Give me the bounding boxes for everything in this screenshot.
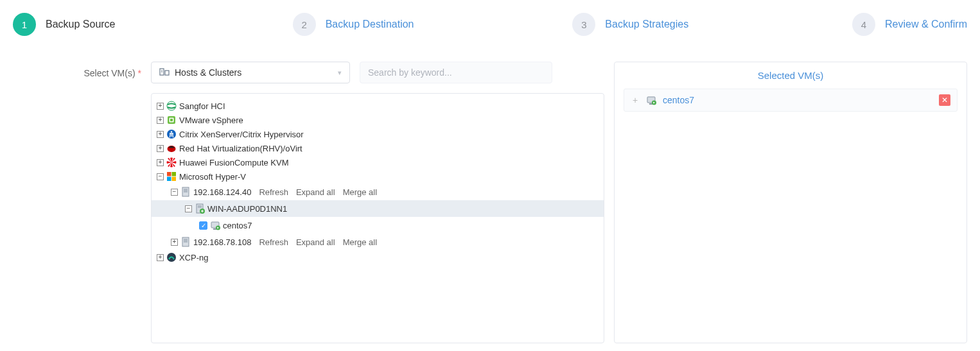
tree-node-huawei[interactable]: + Huawei FusionCompute KVM: [152, 155, 604, 169]
tree-node-host[interactable]: − 192.168.124.40 Refresh Expand all Merg…: [152, 184, 604, 200]
step-label: Backup Destination: [326, 19, 414, 30]
tree-node-citrix[interactable]: + Citrix XenServer/Citrix Hypervisor: [152, 127, 604, 141]
tree-label: 192.168.78.108: [193, 237, 251, 247]
tree-node-sangfor[interactable]: + Sangfor HCI: [152, 99, 604, 113]
tree-label: VMware vSphere: [179, 116, 243, 125]
tree-label: Sangfor HCI: [179, 101, 225, 111]
wizard-stepper: 1 Backup Source 2 Backup Destination 3 B…: [13, 13, 967, 36]
step-label: Backup Source: [46, 19, 116, 30]
hyperv-icon: [166, 171, 177, 182]
step-label: Backup Strategies: [605, 19, 688, 30]
remove-selected-button[interactable]: ✕: [939, 94, 950, 106]
expand-all-link[interactable]: Expand all: [296, 187, 335, 197]
host-icon: [180, 237, 191, 247]
step-number: 1: [13, 13, 36, 36]
step-4[interactable]: 4 Review & Confirm: [852, 13, 967, 36]
step-2[interactable]: 2 Backup Destination: [293, 13, 573, 36]
step-number: 4: [852, 13, 875, 36]
huawei-icon: [166, 157, 177, 167]
expand-icon[interactable]: +: [171, 239, 178, 246]
tree-node-vmware[interactable]: + VMware vSphere: [152, 113, 604, 127]
vm-checkbox[interactable]: ✓: [199, 221, 207, 230]
tree-node-host-computer[interactable]: − WIN-AADUP0D1NN1: [152, 200, 604, 217]
step-number: 3: [572, 13, 595, 36]
tree-node-host[interactable]: + 192.168.78.108 Refresh Expand all Merg…: [152, 234, 604, 250]
expand-selected-icon[interactable]: +: [631, 95, 640, 105]
selected-vm-label: centos7: [663, 95, 932, 105]
expand-icon[interactable]: +: [157, 145, 164, 152]
tree-node-hyperv[interactable]: − Microsoft Hyper-V: [152, 169, 604, 184]
vmware-icon: [166, 115, 177, 125]
host-green-icon: [195, 203, 205, 214]
collapse-icon[interactable]: −: [171, 189, 178, 196]
tree-label: 192.168.124.40: [193, 187, 251, 197]
selected-vm-item[interactable]: + centos7 ✕: [624, 89, 958, 112]
vm-icon: [646, 95, 656, 105]
expand-all-link[interactable]: Expand all: [296, 237, 335, 247]
tree-label: WIN-AADUP0D1NN1: [207, 204, 287, 214]
tree-label: Red Hat Virtualization(RHV)/oVirt: [179, 144, 302, 153]
expand-icon[interactable]: +: [157, 131, 164, 138]
expand-icon[interactable]: +: [157, 117, 164, 124]
merge-all-link[interactable]: Merge all: [343, 187, 377, 197]
view-selector-dropdown[interactable]: Hosts & Clusters ▾: [151, 62, 350, 83]
merge-all-link[interactable]: Merge all: [343, 237, 377, 247]
refresh-link[interactable]: Refresh: [259, 237, 288, 247]
search-input-wrapper[interactable]: [360, 62, 552, 83]
host-icon: [180, 187, 191, 197]
tree-node-redhat[interactable]: + Red Hat Virtualization(RHV)/oVirt: [152, 141, 604, 155]
tree-label: centos7: [223, 221, 252, 230]
step-label: Review & Confirm: [885, 19, 967, 30]
tree-label: XCP-ng: [179, 253, 209, 262]
search-input[interactable]: [368, 67, 544, 78]
step-3[interactable]: 3 Backup Strategies: [572, 13, 852, 36]
redhat-icon: [166, 143, 177, 153]
selected-panel-title: Selected VM(s): [615, 62, 967, 89]
field-label-select-vms: Select VM(s)*: [13, 62, 141, 343]
tree-node-xcpng[interactable]: + XCP-ng: [152, 250, 604, 264]
tree-node-vm[interactable]: ✓ centos7: [152, 217, 604, 234]
view-selector-value: Hosts & Clusters: [175, 67, 241, 78]
expand-icon[interactable]: +: [157, 254, 164, 261]
collapse-icon[interactable]: −: [157, 173, 164, 180]
step-1[interactable]: 1 Backup Source: [13, 13, 293, 36]
expand-icon[interactable]: +: [157, 159, 164, 166]
chevron-down-icon: ▾: [338, 69, 342, 77]
hosts-clusters-icon: [159, 67, 170, 78]
tree-label: Microsoft Hyper-V: [179, 172, 246, 182]
tree-label: Citrix XenServer/Citrix Hypervisor: [179, 130, 304, 139]
collapse-icon[interactable]: −: [185, 205, 192, 212]
expand-icon[interactable]: +: [157, 103, 164, 110]
citrix-icon: [166, 129, 177, 139]
tree-label: Huawei FusionCompute KVM: [179, 158, 289, 167]
refresh-link[interactable]: Refresh: [259, 187, 288, 197]
step-number: 2: [293, 13, 316, 36]
selected-vms-panel: Selected VM(s) + centos7 ✕: [614, 62, 967, 343]
xcpng-icon: [166, 252, 177, 262]
vm-tree-panel: + Sangfor HCI + VMware vSphere: [151, 93, 604, 343]
sangfor-icon: [166, 101, 177, 111]
vm-icon: [210, 220, 220, 230]
